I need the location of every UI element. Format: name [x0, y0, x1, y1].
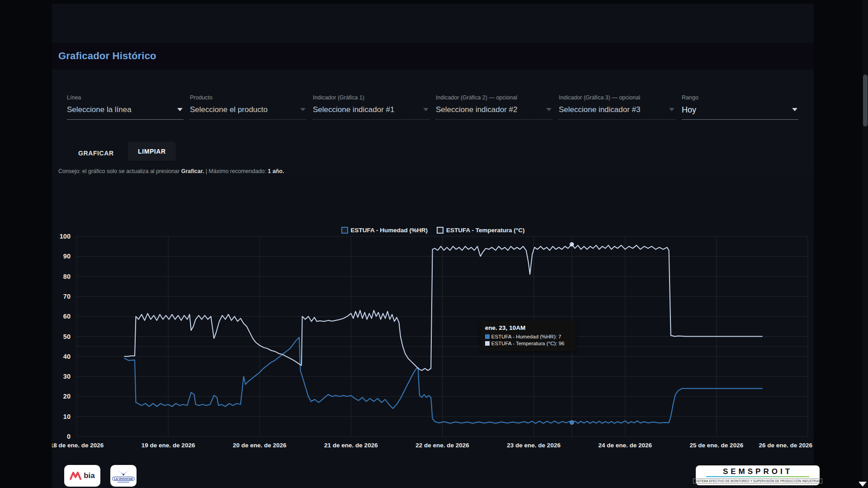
svg-text:30: 30 — [63, 373, 71, 380]
limpiar-button[interactable]: LIMPIAR — [128, 142, 176, 161]
legend-item[interactable]: ESTUFA - Temperatura (°C) — [437, 227, 524, 234]
legend-label: ESTUFA - Temperatura (°C) — [446, 227, 524, 234]
legend-label: ESTUFA - Humedad (%HR) — [351, 227, 428, 234]
select-underline — [190, 119, 307, 120]
select-field-producto[interactable]: Producto Seleccione el producto — [190, 94, 307, 122]
x-tick-label: 23 de ene. de 2026 — [507, 442, 561, 449]
x-tick-label: 21 de ene. de 2026 — [324, 442, 378, 449]
select-value: Seleccione la línea — [67, 105, 174, 114]
select-field-indicador-3[interactable]: Indicador (Gráfica 3) — opcional Selecci… — [559, 94, 675, 122]
section-header: Graficador Histórico — [52, 43, 814, 70]
select-value: Seleccione indicador #1 — [313, 105, 420, 114]
chevron-down-icon — [669, 108, 675, 111]
select-label: Indicador (Gráfica 1) — [313, 94, 364, 101]
select-label: Indicador (Gráfica 2) — opcional — [436, 94, 517, 101]
svg-text:60: 60 — [63, 313, 71, 320]
semsproit-subtitle: SISTEMA EFECTIVO DE MONITOREO Y SUPERVIS… — [693, 479, 822, 483]
svg-text:100: 100 — [60, 233, 71, 240]
select-value: Seleccione indicador #3 — [559, 105, 665, 114]
tip-prefix: Consejo: el gráfico solo se actualiza al… — [58, 168, 181, 174]
top-empty-panel — [52, 4, 814, 43]
select-underline — [313, 119, 429, 120]
svg-text:10: 10 — [63, 413, 71, 420]
select-field-indicador-2[interactable]: Indicador (Gráfica 2) — opcional Selecci… — [436, 94, 552, 122]
chevron-down-icon — [423, 108, 429, 111]
legend-item[interactable]: ESTUFA - Humedad (%HR) — [341, 227, 428, 234]
semsproit-logo: SEMSPROIT SISTEMA EFECTIVO DE MONITOREO … — [695, 465, 821, 486]
select-value: Seleccione indicador #2 — [436, 105, 542, 114]
chevron-down-icon — [300, 108, 306, 111]
chart-legend: ESTUFA - Humedad (%HR)ESTUFA - Temperatu… — [341, 227, 525, 234]
la-universal-text: La Universal — [112, 477, 135, 481]
tip-bold-graficar: Graficar. — [181, 168, 204, 174]
svg-text:70: 70 — [63, 293, 71, 300]
select-field-linea[interactable]: Línea Seleccione la línea — [67, 94, 184, 122]
tip-bold-max: 1 año. — [268, 168, 284, 174]
series-line — [124, 338, 762, 423]
x-tick-label: 25 de ene. de 2026 — [690, 442, 744, 449]
tip-middle: | Máximo recomendado: — [204, 168, 268, 174]
select-label: Indicador (Gráfica 3) — opcional — [559, 94, 640, 101]
bia-logo: bia — [64, 465, 100, 487]
legend-marker-icon — [341, 227, 348, 234]
scrollbar-track[interactable] — [863, 0, 868, 488]
hover-point — [570, 242, 574, 246]
select-label: Producto — [190, 94, 212, 101]
svg-text:90: 90 — [63, 253, 71, 260]
svg-text:20: 20 — [63, 393, 71, 400]
tip-text: Consejo: el gráfico solo se actualiza al… — [58, 168, 284, 174]
scrollbar-down-arrow-icon[interactable] — [859, 482, 867, 487]
x-tick-label: 20 de ene. de 2026 — [233, 442, 287, 449]
hover-point — [570, 420, 574, 424]
series-line — [124, 244, 762, 371]
svg-text:50: 50 — [63, 333, 71, 340]
chevron-down-icon — [177, 108, 183, 111]
chevron-down-icon — [792, 108, 797, 111]
footer-bar: bia La Universal SEMSPROIT SISTEMA EFECT… — [52, 461, 814, 488]
select-underline — [436, 119, 552, 120]
page-title: Graficador Histórico — [58, 50, 156, 62]
x-tick-label: 24 de ene. de 2026 — [598, 442, 652, 449]
x-tick-label: 18 de ene. de 2026 — [52, 442, 104, 449]
select-label: Línea — [67, 94, 81, 101]
la-universal-underline — [118, 482, 129, 483]
svg-text:0: 0 — [67, 433, 71, 440]
semsproit-title: SEMSPROIT — [723, 468, 793, 475]
select-label: Rango — [682, 94, 698, 101]
main-container: Graficador Histórico Línea Seleccione la… — [52, 4, 814, 488]
la-universal-logo: La Universal — [110, 465, 137, 487]
select-field-indicador-1[interactable]: Indicador (Gráfica 1) Seleccione indicad… — [313, 94, 429, 122]
svg-text:40: 40 — [63, 353, 71, 360]
chart-canvas[interactable]: 010203040506070809010018 de ene. de 2026… — [52, 217, 814, 463]
x-tick-label: 22 de ene. de 2026 — [415, 442, 469, 449]
semsproit-gradient-line — [706, 476, 809, 477]
bia-logo-icon — [70, 471, 81, 481]
svg-text:80: 80 — [63, 273, 71, 280]
select-underline — [67, 119, 184, 120]
select-field-rango[interactable]: Rango Hoy — [682, 94, 798, 122]
x-tick-label: 19 de ene. de 2026 — [142, 442, 195, 449]
legend-marker-icon — [437, 227, 443, 234]
bird-icon — [117, 469, 130, 476]
select-value: Seleccione el producto — [190, 105, 297, 114]
select-value: Hoy — [682, 105, 788, 115]
x-tick-label: 26 de ene. de 2026 — [759, 442, 812, 449]
filter-panel: Línea Seleccione la línea Producto Selec… — [52, 70, 814, 174]
graficar-button[interactable]: GRAFICAR — [70, 145, 122, 161]
chevron-down-icon — [546, 108, 552, 111]
select-underline — [682, 119, 798, 120]
scrollbar-thumb[interactable] — [863, 75, 868, 127]
bia-logo-text: bia — [84, 471, 95, 480]
select-underline — [559, 119, 675, 120]
chart-area[interactable]: ESTUFA - Humedad (%HR)ESTUFA - Temperatu… — [52, 217, 814, 461]
